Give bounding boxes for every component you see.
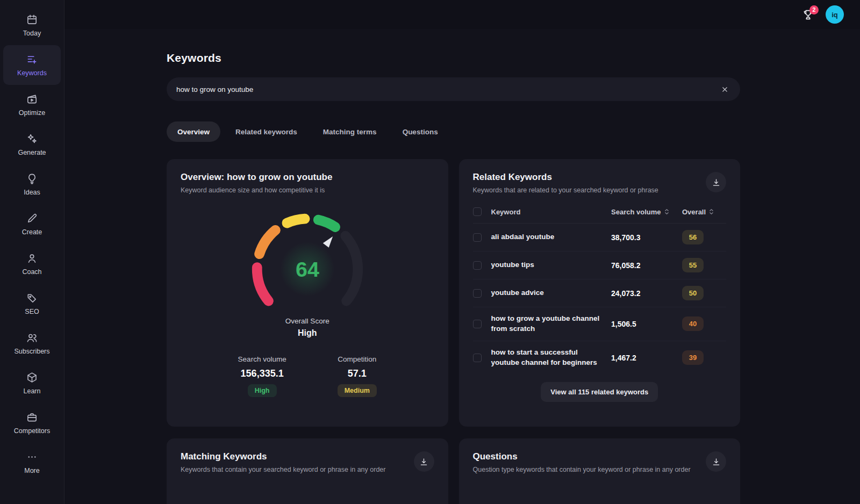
sidebar-item-label: Optimize: [19, 109, 45, 117]
sidebar-item-subscribers[interactable]: Subscribers: [3, 323, 61, 363]
tabs: Overview Related keywords Matching terms…: [167, 121, 740, 142]
view-all-related-button[interactable]: View all 115 related keywords: [541, 382, 658, 402]
tab-overview[interactable]: Overview: [167, 121, 220, 142]
related-keywords-card: Related Keywords Keywords that are relat…: [459, 159, 741, 427]
download-icon: [419, 457, 428, 466]
table-row: ali abdaal youtube 38,700.3 56: [473, 224, 727, 251]
lightbulb-icon: [26, 172, 38, 185]
keyword-cell: youtube tips: [491, 260, 612, 270]
download-related-button[interactable]: [706, 172, 726, 192]
metric-label: Competition: [338, 355, 376, 363]
sidebar-item-optimize[interactable]: Optimize: [3, 85, 61, 125]
calendar-icon: [26, 13, 38, 26]
sidebar-item-ideas[interactable]: Ideas: [3, 164, 61, 204]
content: Keywords Overview Related keywords Match…: [64, 29, 860, 504]
sort-icon: [709, 208, 714, 215]
metric-badge: Medium: [338, 384, 377, 397]
gauge-needle: [323, 236, 333, 248]
tab-label: Matching terms: [323, 128, 377, 136]
tab-questions[interactable]: Questions: [392, 121, 449, 142]
sparkles-icon: [26, 133, 38, 145]
cube-icon: [26, 371, 38, 384]
keywords-icon: [26, 53, 38, 66]
sidebar-item-label: Ideas: [24, 189, 40, 196]
notification-badge: 2: [809, 5, 819, 15]
sidebar-item-coach[interactable]: Coach: [3, 244, 61, 284]
sidebar-item-generate[interactable]: Generate: [3, 125, 61, 164]
pencil-icon: [26, 212, 38, 225]
metric-label: Search volume: [238, 355, 286, 363]
sidebar-item-label: Subscribers: [15, 348, 50, 355]
sidebar-item-competitors[interactable]: Competitors: [3, 403, 61, 443]
search-volume-cell: 1,467.2: [611, 354, 682, 362]
topbar: 2 iq: [64, 0, 860, 29]
clear-search-button[interactable]: [718, 83, 732, 96]
metric-competition: Competition 57.1 Medium: [338, 355, 377, 397]
tab-related-keywords[interactable]: Related keywords: [225, 121, 308, 142]
search-volume-cell: 76,058.2: [611, 261, 682, 270]
row-checkbox[interactable]: [473, 289, 482, 298]
search-input[interactable]: [176, 85, 718, 93]
row-checkbox[interactable]: [473, 354, 482, 362]
questions-card: Questions Question type keywords that co…: [459, 438, 741, 504]
sidebar-item-label: SEO: [25, 308, 39, 315]
keyword-cell: how to start a successful youtube channe…: [491, 348, 612, 368]
sidebar-item-more[interactable]: More: [3, 443, 61, 483]
sidebar-item-today[interactable]: Today: [3, 5, 61, 45]
search-volume-cell: 38,700.3: [611, 233, 682, 242]
sidebar-item-label: Learn: [24, 387, 41, 395]
sidebar-item-seo[interactable]: SEO: [3, 284, 61, 323]
tab-label: Overview: [177, 128, 210, 136]
sidebar-item-label: More: [24, 467, 39, 474]
column-search-volume[interactable]: Search volume: [611, 208, 682, 216]
overview-metrics: Search volume 156,335.1 High Competition…: [181, 355, 434, 397]
sort-icon: [664, 208, 669, 215]
tab-label: Questions: [403, 128, 438, 136]
row-checkbox[interactable]: [473, 320, 482, 328]
ellipsis-icon: [26, 451, 38, 463]
matching-card-title: Matching Keywords: [181, 451, 385, 462]
table-row: youtube advice 24,073.2 50: [473, 279, 727, 307]
overall-score-badge: 56: [682, 230, 704, 244]
sidebar-item-keywords[interactable]: Keywords: [3, 45, 61, 85]
matching-keywords-card: Matching Keywords Keywords that contain …: [167, 438, 448, 504]
sidebar-item-label: Generate: [18, 149, 46, 156]
account-avatar[interactable]: iq: [826, 5, 844, 24]
metric-search-volume: Search volume 156,335.1 High: [238, 355, 286, 397]
tab-label: Related keywords: [235, 128, 297, 136]
gauge-svg: 64: [227, 203, 388, 323]
download-questions-button[interactable]: [706, 451, 726, 472]
column-overall[interactable]: Overall: [682, 208, 726, 216]
sidebar-item-create[interactable]: Create: [3, 204, 61, 244]
tag-icon: [26, 292, 38, 304]
sidebar-item-label: Competitors: [14, 427, 50, 435]
questions-card-title: Questions: [473, 451, 691, 462]
main-area: 2 iq Keywords Overview Related: [64, 0, 860, 504]
overall-score-badge: 40: [682, 316, 704, 331]
optimize-icon: [26, 93, 38, 105]
metric-value: 57.1: [348, 368, 367, 379]
table-row: how to grow a youtube channel from scrat…: [473, 307, 727, 341]
overview-card-title: Overview: how to grow on youtube: [181, 172, 434, 183]
gauge-score-value: 64: [296, 257, 319, 281]
achievements-button[interactable]: 2: [801, 8, 815, 21]
metric-badge: High: [248, 384, 277, 397]
sidebar: Today Keywords Optimize Generate Ideas C…: [0, 0, 64, 504]
column-keyword: Keyword: [491, 208, 612, 216]
tab-matching-terms[interactable]: Matching terms: [312, 121, 388, 142]
metric-value: 156,335.1: [241, 368, 284, 379]
select-all-checkbox[interactable]: [473, 207, 482, 216]
overview-card-subtitle: Keyword audience size and how competitiv…: [181, 186, 434, 194]
related-card-subtitle: Keywords that are related to your search…: [473, 186, 658, 194]
sidebar-item-learn[interactable]: Learn: [3, 363, 61, 403]
search-bar: [167, 77, 740, 101]
briefcase-icon: [26, 411, 38, 423]
download-icon: [712, 178, 721, 187]
row-checkbox[interactable]: [473, 261, 482, 270]
table-header: Keyword Search volume Overall: [473, 200, 727, 224]
download-matching-button[interactable]: [414, 451, 434, 472]
keyword-cell: how to grow a youtube channel from scrat…: [491, 314, 612, 334]
row-checkbox[interactable]: [473, 233, 482, 242]
related-keywords-table: Keyword Search volume Overall: [473, 200, 727, 375]
overview-card: Overview: how to grow on youtube Keyword…: [167, 159, 448, 427]
